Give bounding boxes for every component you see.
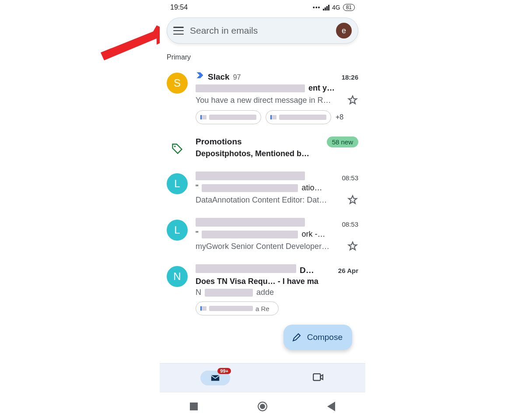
redacted-text [196,264,296,273]
sender-suffix: D… [300,266,314,275]
priority-icon [196,71,204,80]
redacted-text [202,231,298,238]
mail-badge: 99+ [217,368,231,374]
email-subject: ork -… [301,230,325,239]
redacted-text [196,172,305,180]
sender-name: Slack [208,72,230,82]
promotions-subtitle: Depositphotos, Mentioned b… [196,149,309,158]
status-right: ••• 4G 81 [313,4,355,11]
email-time: 08:53 [342,174,358,182]
promotions-title: Promotions [196,137,242,147]
meet-tab[interactable] [312,371,325,385]
more-dots-icon: ••• [313,4,321,11]
email-time: 26 Apr [338,267,358,274]
star-icon[interactable] [347,241,358,252]
email-row[interactable]: N D… 26 Apr Does TN Visa Requ… - I have … [160,259,365,333]
battery-icon: 81 [343,4,355,11]
svg-point-1 [174,146,176,147]
tag-icon [167,138,188,159]
sender-avatar: L [167,220,188,241]
email-subject: atio… [301,183,322,192]
status-bar: 19:54 ••• 4G 81 [160,0,365,13]
bottom-tab-bar: 99+ [160,363,365,392]
nav-overview-icon[interactable] [190,402,198,410]
mail-icon [209,373,221,383]
svg-rect-2 [313,374,320,380]
android-nav-bar [160,392,365,420]
sender-avatar: N [167,266,188,287]
network-label: 4G [332,4,340,11]
email-snippet: N [196,288,201,297]
email-snippet: DataAnnotation Content Editor: Dat… [196,196,341,205]
promotions-row[interactable]: Promotions 58 new Depositphotos, Mention… [160,131,365,166]
redacted-text [196,218,305,227]
attachment-chip[interactable] [266,110,331,124]
email-snippet: You have a new direct message in R… [196,96,341,105]
attachment-chip[interactable]: a Re [196,301,279,315]
pencil-icon [291,332,302,343]
email-subject: Does TN Visa Requ… - I have ma [196,277,358,286]
section-label: Primary [160,44,365,66]
mail-tab[interactable]: 99+ [200,371,230,385]
phone-frame: 19:54 ••• 4G 81 Search in emails e Prima… [160,0,365,420]
email-row[interactable]: L 08:53 " atio… DataAnnotation Content E… [160,166,365,213]
status-time: 19:54 [170,4,188,11]
star-icon[interactable] [347,94,358,106]
new-badge: 58 new [327,136,358,147]
video-icon [312,371,325,383]
chip-more-count[interactable]: +8 [336,113,343,121]
hamburger-menu-icon[interactable] [173,27,184,35]
compose-label: Compose [307,332,343,342]
redacted-text [196,84,305,92]
email-snippet: myGwork Senior Content Developer… [196,242,341,251]
email-row[interactable]: L 08:53 " ork -… myGwork Senior Content … [160,213,365,259]
search-bar[interactable]: Search in emails e [167,18,358,44]
email-time: 08:53 [342,220,358,228]
search-input[interactable]: Search in emails [190,25,330,36]
nav-back-icon[interactable] [327,402,335,411]
star-icon[interactable] [347,194,358,206]
email-time: 18:26 [342,74,358,81]
compose-button[interactable]: Compose [284,325,352,350]
attachment-chips: a Re [196,301,358,315]
attachment-chips: +8 [196,110,358,124]
nav-home-icon[interactable] [258,402,267,411]
redacted-text [205,289,253,297]
thread-count: 97 [233,74,241,81]
signal-icon [323,4,329,10]
account-avatar[interactable]: e [336,23,352,38]
email-row[interactable]: S Slack 97 18:26 ent y… You have a new d… [160,66,365,131]
redacted-text [202,184,298,192]
email-subject: ent y… [308,84,335,93]
attachment-chip[interactable] [196,110,261,124]
sender-avatar: L [167,173,188,194]
sender-avatar: S [167,73,188,94]
